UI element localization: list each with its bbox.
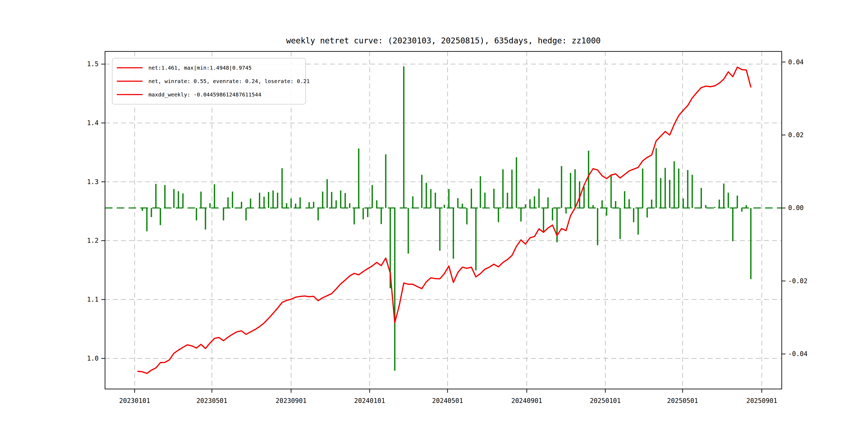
weekly-return-bar [372, 185, 373, 208]
weekly-return-bar [245, 208, 247, 220]
weekly-return-bar [619, 208, 621, 239]
legend-label-maxdd: maxdd_weekly: -0.044598612487611544 [148, 91, 261, 98]
maxdd-line-swatch [117, 94, 143, 95]
x-tick-label: 20240901 [511, 397, 542, 405]
weekly-return-bar [642, 168, 643, 208]
weekly-return-bar [196, 208, 197, 220]
net-curve-line [138, 67, 751, 373]
weekly-return-bar [669, 180, 670, 208]
y-left-tick-label: 1.4 [87, 119, 99, 127]
weekly-return-bar [335, 200, 337, 208]
weekly-return-bar [317, 208, 319, 220]
weekly-return-bar [525, 205, 526, 208]
weekly-return-bar [746, 205, 747, 208]
weekly-return-bar [543, 208, 544, 231]
legend-label-net: net:1.461, max|min:1.4948|0.9745 [148, 65, 252, 71]
weekly-return-bar [214, 184, 215, 208]
weekly-return-bar [300, 197, 301, 208]
weekly-return-bar [575, 169, 576, 208]
weekly-return-bar [561, 166, 562, 208]
weekly-return-bar [286, 203, 287, 208]
y-left-tick-label: 1.3 [87, 178, 99, 186]
weekly-return-bar [358, 148, 359, 208]
weekly-return-bar [502, 169, 504, 208]
weekly-return-bar [232, 191, 233, 208]
weekly-return-bar [588, 151, 589, 208]
weekly-return-bar [394, 208, 396, 371]
weekly-return-bar [507, 193, 508, 208]
weekly-return-bar [723, 184, 724, 208]
weekly-return-bar [227, 197, 229, 208]
weekly-return-bar [381, 208, 382, 224]
weekly-return-bar [498, 208, 499, 222]
weekly-return-bar [718, 199, 720, 208]
weekly-return-bar [250, 198, 251, 208]
weekly-return-bar [615, 201, 616, 208]
chart-title: weekly netret curve: (20230103, 20250815… [105, 36, 782, 45]
weekly-return-bar [164, 185, 165, 208]
weekly-return-bar [624, 191, 625, 208]
weekly-return-bar [516, 157, 517, 208]
weekly-return-bar [205, 208, 206, 229]
y-right-tick-label: 0.02 [788, 131, 804, 139]
weekly-return-bar [646, 208, 648, 217]
weekly-return-bar [484, 193, 486, 208]
weekly-return-bar [520, 208, 522, 221]
weekly-return-bar [565, 208, 567, 213]
y-left-tick-label: 1.2 [87, 237, 99, 244]
weekly-return-bar [308, 202, 310, 208]
weekly-return-bar [160, 208, 161, 225]
weekly-return-bar [376, 200, 377, 208]
weekly-return-bar [538, 189, 539, 208]
weekly-return-bar [173, 189, 175, 208]
weekly-return-bar [547, 197, 549, 208]
weekly-return-bar [678, 168, 679, 208]
weekly-return-bar [408, 208, 409, 253]
weekly-return-bar [714, 207, 716, 208]
weekly-return-bar [426, 183, 427, 208]
weekly-return-bar [592, 205, 594, 208]
weekly-return-bar [273, 190, 274, 208]
y-right-tick-label: 0.00 [788, 204, 804, 212]
weekly-return-bar [264, 197, 265, 208]
x-tick-label: 20230101 [119, 397, 150, 405]
y-right-tick-label: 0.04 [788, 58, 804, 66]
weekly-return-bar [241, 202, 242, 208]
weekly-return-bar [480, 176, 481, 208]
weekly-return-bar [421, 175, 423, 208]
weekly-return-bar [638, 208, 639, 235]
weekly-return-bar [705, 205, 707, 208]
weekly-return-bar [200, 191, 202, 208]
weekly-return-bar [656, 148, 657, 208]
weekly-return-bar [471, 189, 472, 208]
legend: net:1.461, max|min:1.4948|0.9745 net, wi… [112, 58, 306, 104]
weekly-return-bar [606, 208, 607, 216]
weekly-return-bar [155, 184, 156, 208]
weekly-return-bar [633, 208, 634, 222]
weekly-return-bar [209, 203, 211, 208]
legend-row-winrate: net, winrate: 0.55, evenrate: 0.24, lose… [117, 78, 301, 84]
legend-row-net: net:1.461, max|min:1.4948|0.9745 [117, 65, 301, 71]
weekly-return-bar [664, 168, 666, 208]
x-tick-label: 20230501 [196, 397, 227, 405]
weekly-return-bar [444, 205, 445, 208]
y-left-tick-label: 1.5 [87, 60, 99, 68]
weekly-return-bar [259, 193, 260, 208]
weekly-return-bar [182, 193, 184, 208]
weekly-return-bar [453, 208, 454, 258]
weekly-return-bar [281, 168, 283, 208]
weekly-return-bar [385, 154, 386, 208]
weekly-return-bar [349, 203, 350, 208]
weekly-return-bar [674, 161, 675, 208]
weekly-return-bar [727, 193, 729, 208]
weekly-return-bar [601, 200, 603, 208]
weekly-return-bar [295, 204, 296, 208]
weekly-return-bar [178, 191, 179, 208]
weekly-return-bar [142, 208, 143, 211]
weekly-return-bar [651, 199, 652, 208]
weekly-return-bar [439, 208, 440, 250]
weekly-return-bar [223, 208, 224, 220]
weekly-return-bar [741, 208, 742, 212]
weekly-return-bar [584, 187, 585, 208]
legend-row-maxdd: maxdd_weekly: -0.044598612487611544 [117, 91, 301, 98]
